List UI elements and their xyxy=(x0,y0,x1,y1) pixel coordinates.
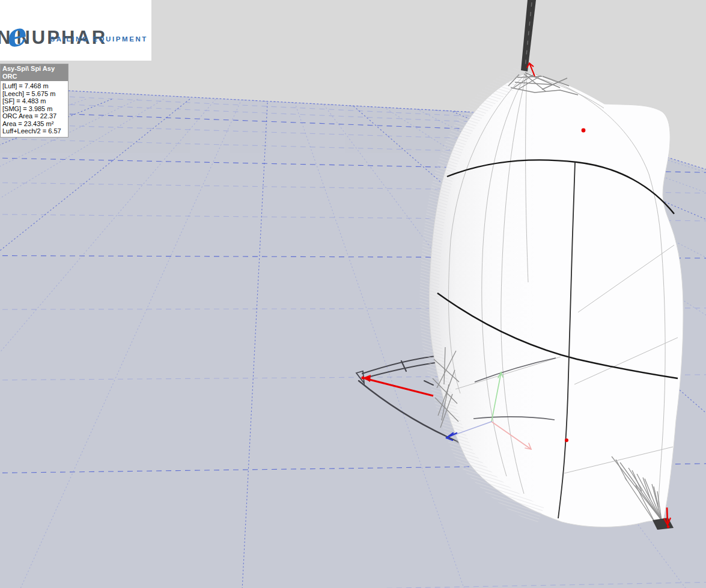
measurement-sf: [SF] = 4.483 m xyxy=(2,97,67,105)
measurement-orc-area: ORC Area = 22.37 xyxy=(2,112,67,120)
viewport-3d[interactable] xyxy=(0,0,706,588)
app-window: { "logo": { "brand_prefix": "N", "brand_… xyxy=(0,0,706,588)
control-point-lower xyxy=(565,438,568,442)
control-point-upper xyxy=(582,129,586,133)
measurement-area: Area = 23.435 m² xyxy=(2,120,67,128)
scene-svg[interactable] xyxy=(0,0,706,588)
logo-brand: NeNUPHAR xyxy=(0,14,107,51)
logo-nenuphar: NeNUPHAR SAILING EQUIPMENT xyxy=(0,0,151,61)
measurement-mean: Luff+Leech/2 = 6.57 xyxy=(2,127,67,135)
spinnaker-sail xyxy=(429,73,683,530)
measurement-panel: Asy-Spi\ Spi Asy ORC [Luff] = 7.468 m [L… xyxy=(0,64,68,138)
measurement-panel-header: Asy-Spi\ Spi Asy ORC xyxy=(1,64,68,81)
measurement-panel-body: [Luff] = 7.468 m [Leech] = 5.675 m [SF] … xyxy=(1,81,68,137)
measurement-leech: [Leech] = 5.675 m xyxy=(2,90,67,98)
mast xyxy=(521,0,536,76)
measurement-luff: [Luff] = 7.468 m xyxy=(2,82,67,90)
logo-swoosh-e: e xyxy=(1,15,28,55)
bow-point xyxy=(361,376,364,379)
sail-name-line1: Asy-Spi\ Spi Asy xyxy=(2,65,66,73)
measurement-smg: [SMG] = 3.985 m xyxy=(2,105,67,113)
sail-name-line2: ORC xyxy=(2,73,66,80)
logo-subtitle: SAILING EQUIPMENT xyxy=(50,35,148,43)
